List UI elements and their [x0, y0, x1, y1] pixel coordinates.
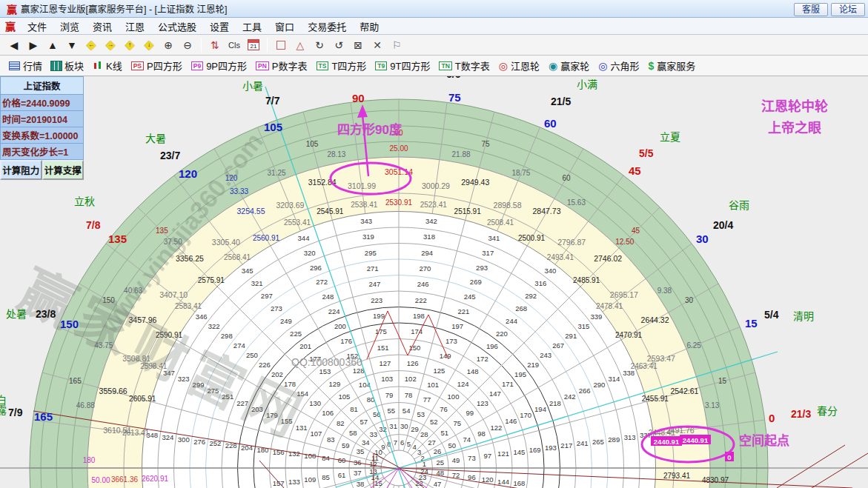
spiral-number: 4 — [413, 443, 417, 451]
menu-item-window[interactable]: 窗口 — [268, 20, 301, 34]
inner-price-value: 2560.91 — [253, 234, 280, 242]
panel-field-weekly-step[interactable]: 周天变化步长=1 — [0, 144, 84, 160]
gann-wheel-chart[interactable]: 1234567891011121314152223242526272829303… — [0, 76, 868, 488]
cls-icon[interactable]: Cls — [225, 37, 243, 53]
spiral-number: 29 — [411, 425, 419, 433]
spiral-number: 314 — [608, 375, 620, 383]
spiral-number: 319 — [362, 233, 374, 241]
fit-icon[interactable]: ✕ — [368, 37, 386, 53]
below-horizon-value: 4830.97 — [702, 476, 729, 484]
spiral-number: 6 — [400, 438, 404, 447]
menu-item-settings[interactable]: 设置 — [203, 20, 236, 34]
ribbon-item-hexagon[interactable]: ◎六角形 — [598, 59, 639, 73]
menu-item-browse[interactable]: 浏览 — [53, 20, 86, 34]
titlebar-button-forum[interactable]: 论坛 — [831, 3, 865, 16]
calendar-icon[interactable]: 21 — [245, 37, 262, 53]
spiral-number: 26 — [434, 447, 442, 455]
outer-price-value: 3407.10 — [159, 290, 188, 299]
percent-value: 15.63 — [567, 198, 586, 207]
panel-field-time[interactable]: 时间=20190104 — [0, 111, 84, 127]
ribbon-item-t-number-table[interactable]: TNT数字表 — [439, 59, 489, 73]
square-tool-icon[interactable] — [272, 37, 290, 53]
triangle-tool-icon[interactable]: △ — [291, 37, 309, 53]
ribbon-item-p-number-table[interactable]: PNP数字表 — [256, 59, 307, 73]
ribbon-item-9t-square[interactable]: T99T四方形 — [375, 59, 430, 73]
spiral-number: 196 — [486, 342, 498, 350]
spiral-number: 146 — [505, 417, 517, 425]
box-x-icon[interactable]: ⊠ — [349, 37, 367, 53]
rotate-ccw-icon[interactable]: ↺ — [330, 37, 348, 53]
down-icon[interactable]: ▼ — [63, 37, 81, 53]
ribbon-item-winner-wheel[interactable]: ◉赢家轮 — [549, 59, 589, 73]
zoom-in-icon[interactable]: ⊕ — [159, 37, 177, 53]
ribbon-item-sectors[interactable]: 板块 — [51, 59, 84, 73]
outer-price-value: 2746.02 — [594, 254, 622, 263]
chart-area: 1234567891011121314152223242526272829303… — [0, 76, 868, 488]
spiral-number: 145 — [513, 448, 525, 456]
panel-button-calc-support[interactable]: 计算支撑 — [42, 160, 85, 180]
diamond-left-icon[interactable]: ◆ — [82, 37, 100, 53]
ribbon-item-quotes[interactable]: 行情 — [9, 59, 42, 73]
panel-field-price[interactable]: 价格=2440.9099 — [0, 95, 84, 111]
menu-item-file[interactable]: 文件 — [21, 20, 53, 34]
spiral-number: 152 — [346, 352, 358, 360]
ribbon-item-t-square[interactable]: TST四方形 — [317, 59, 367, 73]
outer-price-value: 2593.47 — [647, 354, 675, 363]
titlebar-button-customer-service[interactable]: 客服 — [794, 3, 828, 16]
degree-value: 150 — [102, 296, 115, 304]
ribbon-item-kline[interactable]: K线 — [93, 59, 122, 73]
diamond-up-icon[interactable]: ◆ — [121, 37, 139, 53]
p-square-icon: PS — [131, 61, 144, 70]
diamond-right-icon[interactable]: ◆ — [102, 37, 119, 53]
spiral-number: 224 — [328, 307, 340, 315]
spiral-number: 268 — [515, 304, 527, 312]
spiral-number: 130 — [309, 399, 321, 407]
spiral-number: 172 — [477, 355, 488, 363]
spiral-number: 321 — [251, 279, 263, 287]
spiral-number: 31 — [389, 422, 397, 430]
spiral-number: 202 — [271, 370, 283, 378]
spiral-number: 101 — [427, 381, 439, 389]
spiral-number: 275 — [207, 387, 219, 395]
menu-item-gann[interactable]: 江恩 — [119, 20, 151, 34]
inner-price-value: 2478.41 — [596, 302, 623, 310]
panel-field-conversion-factor[interactable]: 变换系数=1.00000 — [0, 127, 84, 144]
panel-button-calc-resistance[interactable]: 计算阻力 — [0, 160, 42, 180]
forward-icon[interactable]: ▶ — [24, 37, 42, 53]
ribbon-item-p-square[interactable]: PSP四方形 — [131, 59, 182, 73]
spiral-number: 147 — [489, 390, 501, 398]
spiral-number: 168 — [513, 479, 525, 487]
zoom-out-icon[interactable]: ⊖ — [179, 37, 196, 53]
percent-value: 28.13 — [327, 150, 345, 158]
diamond-down-icon[interactable]: ◆ — [140, 37, 158, 53]
menu-item-trading[interactable]: 交易委托 — [301, 20, 353, 34]
spiral-number: 251 — [222, 392, 233, 401]
ribbon-item-winner-service[interactable]: $赢家服务 — [648, 59, 695, 73]
ribbon-item-gann-wheel[interactable]: ◎江恩轮 — [499, 59, 540, 73]
menu-item-help[interactable]: 帮助 — [353, 20, 385, 34]
side-panel: 上证指数 价格=2440.9099时间=20190104变换系数=1.00000… — [0, 76, 84, 180]
ribbon-item-9p-square[interactable]: P99P四方形 — [191, 59, 247, 73]
winner-wheel-icon: ◉ — [549, 60, 557, 72]
spiral-number: 219 — [527, 361, 539, 369]
back-icon[interactable]: ◀ — [5, 37, 23, 53]
rotate-cw-icon[interactable]: ↻ — [311, 37, 328, 53]
up-icon[interactable]: ▲ — [44, 37, 62, 53]
menu-item-tools[interactable]: 工具 — [236, 20, 268, 34]
flag-icon[interactable]: ⚐ — [388, 37, 405, 53]
spiral-number: 102 — [405, 375, 417, 383]
percent-value: 31.25 — [268, 169, 286, 177]
spiral-number: 217 — [560, 441, 572, 449]
spiral-number: 342 — [425, 217, 437, 225]
ribbon-label-t-square: T四方形 — [331, 59, 366, 73]
spiral-number: 246 — [417, 280, 429, 288]
t-updown-icon[interactable]: ⇅ — [206, 37, 224, 53]
spiral-number: 74 — [463, 435, 471, 444]
spiral-number: 85 — [322, 473, 330, 481]
spiral-number: 221 — [457, 307, 469, 315]
menu-item-formula-stock-pick[interactable]: 公式选股 — [151, 20, 203, 34]
toolbar-separator — [267, 38, 268, 53]
ribbon-label-winner-wheel: 赢家轮 — [560, 59, 589, 73]
ribbon-label-9t-square: 9T四方形 — [390, 59, 430, 73]
menu-item-news[interactable]: 资讯 — [86, 20, 119, 34]
